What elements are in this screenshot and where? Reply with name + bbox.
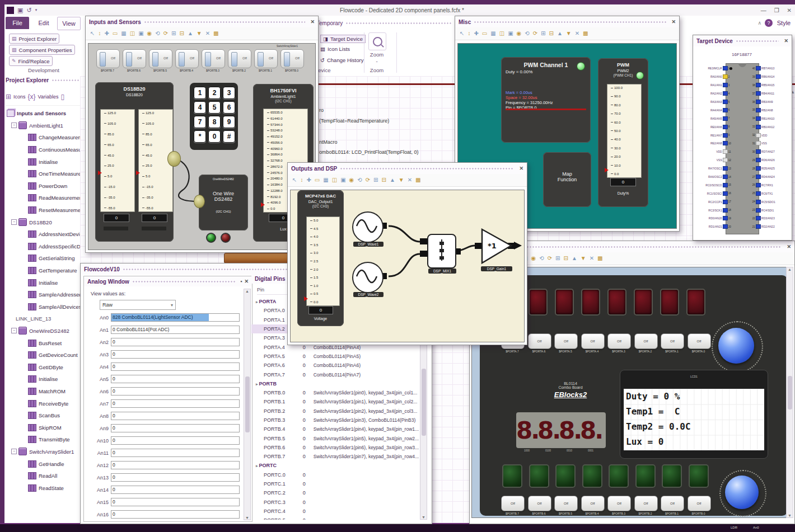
port-switch-button[interactable]: Off xyxy=(661,333,684,349)
port-switch-button[interactable]: Off xyxy=(501,496,525,511)
slider-switch[interactable]: Off xyxy=(123,49,146,68)
chip-pin[interactable]: RE2/AN810 xyxy=(694,139,735,148)
analog-value-input[interactable]: 0 xyxy=(111,350,240,359)
digital-pin-row[interactable]: PORTB.6 0 SwitchArraySlider1(pin6), keyp… xyxy=(251,443,429,452)
chip-pin[interactable]: RC3/SCK118 xyxy=(694,206,735,214)
digital-pin-row[interactable]: PORTC.1 0 xyxy=(251,479,429,488)
keypad-key[interactable]: 8 xyxy=(208,116,221,128)
toolbar-icon[interactable]: ⊟ xyxy=(382,177,386,183)
toolbar-icon[interactable]: ⟳ xyxy=(548,256,552,261)
toolbar-icon[interactable]: ↖ xyxy=(292,177,297,183)
tree-item[interactable]: − LINK_LINE_13 xyxy=(4,313,80,325)
tree-item[interactable]: − ReadMeasurement xyxy=(4,192,80,204)
tab-file[interactable]: File xyxy=(6,17,29,29)
chip-pin[interactable]: RD1/AN2120 xyxy=(694,223,735,231)
restore-button[interactable]: ❐ xyxy=(774,7,779,13)
toolbar-icon[interactable]: ✚ xyxy=(306,177,311,183)
board-vscrollbar[interactable]: ▲▼ xyxy=(786,267,793,518)
chip-pin[interactable]: RC1/SOSCI16 xyxy=(694,189,735,197)
tree-item[interactable]: − MatchROM xyxy=(4,385,80,398)
keypad-key[interactable]: 9 xyxy=(223,116,235,128)
chip-pin[interactable]: RA0/AN02 xyxy=(694,73,735,81)
port-switch-button[interactable]: Off xyxy=(607,496,631,511)
toolbar-icon[interactable]: ◉ xyxy=(531,256,536,261)
close-icon[interactable]: ✕ xyxy=(244,279,249,284)
analog-value-input[interactable]: 0 xyxy=(111,436,240,445)
close-icon[interactable]: ✕ xyxy=(787,244,791,249)
keypad-key[interactable]: 2 xyxy=(208,87,221,99)
toolbar-icon[interactable]: ⊞ xyxy=(373,177,378,183)
toolbar-icon[interactable]: ✕ xyxy=(205,31,210,36)
chip-pin[interactable]: 35RB2/AN8 xyxy=(749,106,789,114)
ribbon-button[interactable]: ▤ Project Explorer xyxy=(9,34,59,44)
toolbar-icon[interactable]: ⟲ xyxy=(539,256,544,261)
tree-item[interactable]: − GetIDByte xyxy=(4,361,80,373)
tab-edit[interactable]: Edit xyxy=(34,17,54,29)
expander-icon[interactable]: − xyxy=(11,219,17,225)
analog-value-input[interactable]: 0 xyxy=(111,449,240,457)
toolbar-icon[interactable]: ▲ xyxy=(390,177,395,183)
chip-pin[interactable]: 33RB0/AN12 xyxy=(749,123,789,131)
pin-icon[interactable]: ▪ xyxy=(240,279,242,284)
toolbar-icon[interactable]: ▼ xyxy=(566,31,572,36)
analog-value-input[interactable]: 0 ComboBL0114(Pot ADC) xyxy=(111,326,240,334)
expander-icon[interactable]: − xyxy=(11,123,17,128)
tree-item[interactable]: − GetTemperature xyxy=(4,265,80,277)
toolbar-icon[interactable]: ▭ xyxy=(315,177,320,183)
analog-vscrollbar[interactable]: ▲▼ xyxy=(244,289,251,520)
digital-pin-row[interactable]: PORTC xyxy=(251,461,429,470)
onewire-ds2482-component[interactable]: OneWireDS2482 One Wire DS2482 (I2C CH1) xyxy=(199,175,248,230)
analog-value-input[interactable]: 0 xyxy=(111,412,240,420)
variables-tab-icon[interactable]: {x} xyxy=(28,93,36,101)
chip-pin[interactable]: 39RB6/AN14 xyxy=(749,73,789,81)
keypad-key[interactable]: 5 xyxy=(208,101,221,114)
pwm2-scale[interactable]: 100.090.080.070.060.050.040.030.020.010.… xyxy=(607,84,642,178)
tree-item[interactable]: − Initialise xyxy=(4,276,80,289)
tree-item[interactable]: − OneTimeMeasurement xyxy=(4,168,80,180)
tree-item[interactable]: − GetSerialString xyxy=(4,252,80,265)
toolbar-icon[interactable]: ◉ xyxy=(147,31,152,36)
zoom-icon[interactable] xyxy=(368,32,386,50)
chip-pin[interactable]: RC0/SOSCO15 xyxy=(694,181,735,189)
port-switch-button[interactable]: Off xyxy=(554,333,578,349)
port-switch-button[interactable]: Off xyxy=(554,496,578,511)
toolbar-icon[interactable]: ✚ xyxy=(474,31,478,36)
toolbar-icon[interactable]: ↕ xyxy=(300,177,303,183)
chip-pin[interactable]: 26RC7/RX1 xyxy=(749,181,789,189)
port-switch-button[interactable]: Off xyxy=(581,496,605,511)
keypad-key[interactable]: # xyxy=(223,130,235,143)
pot-knob[interactable] xyxy=(718,328,754,364)
quickbar-caret-icon[interactable]: ▾ xyxy=(35,8,38,12)
digital-pin-row[interactable]: PORTB.0 0 SwitchArraySlider1(pin0), keyp… xyxy=(251,388,429,397)
dsp-wave1-component[interactable] xyxy=(352,211,384,243)
tree-item[interactable]: − DS18B20 xyxy=(4,216,80,228)
keypad-key[interactable]: 4 xyxy=(194,101,206,114)
port-switch-button[interactable]: Off xyxy=(688,333,711,349)
chip-pin[interactable]: 38RB5/AN15 xyxy=(749,81,789,90)
ribbon-button[interactable]: ✎ Find/Replace xyxy=(9,56,53,66)
chip-pin[interactable]: 36RB3/AN9 xyxy=(749,98,789,106)
toolbar-icon[interactable]: ▣ xyxy=(138,31,143,36)
analog-value-input[interactable]: 0 xyxy=(111,510,240,519)
chip-pin[interactable]: 27RD4/AN24 xyxy=(749,173,789,181)
port-switch-button[interactable]: Off xyxy=(634,496,658,511)
analog-value-input[interactable]: 0 xyxy=(111,424,240,432)
digital-pin-row[interactable]: PORTB.2 0 SwitchArraySlider1(pin2), keyp… xyxy=(251,407,429,416)
analog-value-input[interactable]: 0 xyxy=(111,486,240,494)
toolbar-icon[interactable]: ▦ xyxy=(490,31,495,36)
toolbar-icon[interactable]: ⟲ xyxy=(525,31,529,36)
undo-icon[interactable]: ↺ xyxy=(26,7,31,14)
ds18b20-scale-1[interactable]: 125.0105.085.065.045.025.05.0-15.0-35.0-… xyxy=(100,109,135,212)
dsp-mix-component[interactable] xyxy=(427,234,456,269)
digital-pin-row[interactable]: PORTC.5 0 xyxy=(251,516,429,520)
app-logo-icon[interactable] xyxy=(7,7,14,14)
pwm-channel1-component[interactable]: PWM Channel 1 Duty = 0.00% Mark = 0.00us… xyxy=(501,57,591,143)
inputs-panel-canvas[interactable]: SwitchArraySlider1 Off Off Off Off Off O… xyxy=(88,43,316,250)
tree-item[interactable]: − GetHandle xyxy=(4,458,80,470)
outputs-panel-canvas[interactable]: MCP47x6 DAC DAC_Output1 (I2C CH3) 5.04.5… xyxy=(290,190,525,342)
digital-pin-row[interactable]: PORTC.3 0 xyxy=(251,498,429,507)
toolbar-icon[interactable]: ▩ xyxy=(597,256,602,261)
toolbar-icon[interactable]: ⟳ xyxy=(163,31,168,36)
save-icon[interactable]: ▣ xyxy=(17,7,23,14)
tree-item[interactable]: − ReceiveByte xyxy=(4,397,80,409)
